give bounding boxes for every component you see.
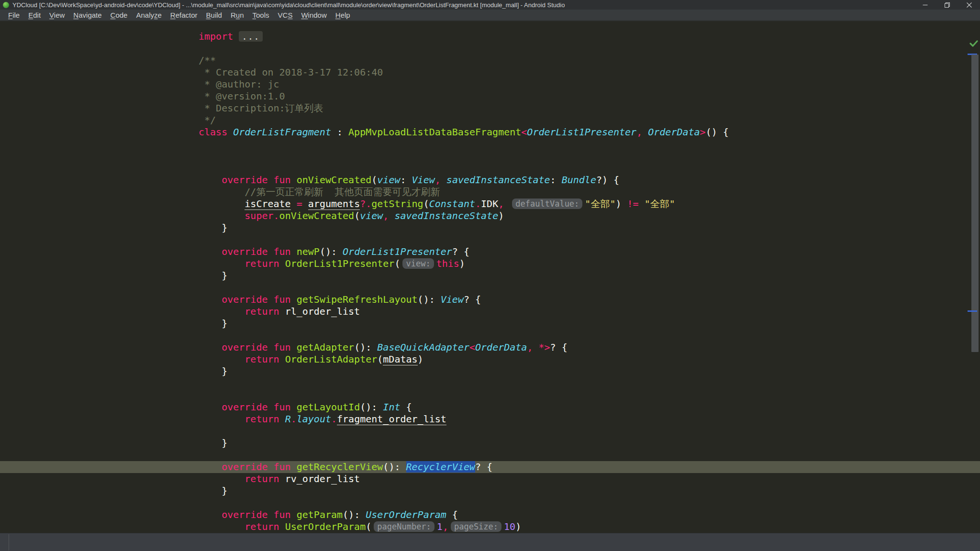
code-token: view <box>360 210 383 221</box>
code-line[interactable]: //第一页正常刷新 其他页面需要可见才刷新 <box>0 186 980 198</box>
inspection-status-button[interactable] <box>969 40 978 47</box>
menu-run[interactable]: Run <box>226 10 248 20</box>
code-token: . <box>331 413 337 425</box>
code-token: . <box>291 413 297 425</box>
code-token <box>199 210 245 221</box>
menu-build[interactable]: Build <box>202 10 226 20</box>
code-line[interactable] <box>0 234 980 246</box>
menu-edit[interactable]: Edit <box>24 10 45 20</box>
code-token <box>291 198 297 209</box>
code-token: (): <box>418 294 441 305</box>
code-line[interactable] <box>0 282 980 294</box>
code-line[interactable]: } <box>0 437 980 449</box>
code-line[interactable] <box>0 43 980 55</box>
code-line[interactable]: return rv_order_list <box>0 473 980 485</box>
code-line[interactable]: class OrderListFragment : AppMvpLoadList… <box>0 126 980 138</box>
code-token: return <box>245 413 285 425</box>
code-line[interactable]: * Description:订单列表 <box>0 102 980 114</box>
code-token <box>199 198 245 209</box>
code-line[interactable]: import ... <box>0 31 980 43</box>
code-token: getRecyclerView <box>297 461 383 473</box>
menu-navigate[interactable]: Navigate <box>69 10 106 20</box>
code-token: (): <box>383 461 406 473</box>
code-line[interactable]: * Created on 2018-3-17 12:06:40 <box>0 66 980 78</box>
scrollbar-thumb[interactable] <box>971 55 979 352</box>
code-token: ? { <box>464 294 481 305</box>
code-line[interactable]: * @version:1.0 <box>0 90 980 102</box>
menu-code[interactable]: Code <box>106 10 132 20</box>
code-line[interactable] <box>0 425 980 437</box>
code-line[interactable] <box>0 497 980 509</box>
code-token: OrderListFragment <box>233 126 331 138</box>
code-line[interactable]: super.onViewCreated(view, savedInstanceS… <box>0 210 980 222</box>
code-line[interactable]: override fun getParam(): UserOrderParam … <box>0 509 980 521</box>
code-token: { <box>400 401 412 413</box>
code-token: ? { <box>452 246 469 257</box>
code-line[interactable]: } <box>0 270 980 282</box>
code-line[interactable]: override fun onViewCreated(view: View, s… <box>0 174 980 186</box>
menu-analyze[interactable]: Analyze <box>132 10 166 20</box>
code-token: , <box>383 210 389 221</box>
code-line[interactable]: override fun getLayoutId(): Int { <box>0 401 980 413</box>
code-line[interactable]: override fun getSwipeRefreshLayout(): Vi… <box>0 294 980 306</box>
code-line-caret[interactable]: override fun getRecyclerView(): Recycler… <box>0 461 980 473</box>
code-line[interactable] <box>0 377 980 389</box>
code-line[interactable]: isCreate = arguments?.getString(Constant… <box>0 198 980 210</box>
code-line[interactable]: return rl_order_list <box>0 306 980 318</box>
restore-button[interactable] <box>936 0 958 10</box>
scrollbar-occurrence-mark[interactable] <box>968 310 977 312</box>
code-token: View <box>441 294 464 305</box>
code-line[interactable]: } <box>0 222 980 234</box>
menu-tools[interactable]: Tools <box>248 10 273 20</box>
code-line[interactable]: } <box>0 485 980 497</box>
menu-help[interactable]: Help <box>331 10 355 20</box>
code-line[interactable]: * @author: jc <box>0 78 980 90</box>
code-line[interactable]: } <box>0 318 980 330</box>
code-line[interactable] <box>0 389 980 401</box>
code-token: savedInstanceState <box>446 174 550 186</box>
code-token: , <box>498 198 504 209</box>
close-button[interactable] <box>958 0 980 10</box>
code-line[interactable] <box>0 150 980 162</box>
menu-file[interactable]: File <box>4 10 24 20</box>
code-line[interactable]: override fun getAdapter(): BaseQuickAdap… <box>0 342 980 353</box>
code-line[interactable]: */ <box>0 114 980 126</box>
menu-view[interactable]: View <box>45 10 69 20</box>
code-token: rl_order_list <box>285 306 360 317</box>
code-token: } <box>199 222 227 233</box>
code-token: View <box>412 174 435 186</box>
code-line[interactable]: override fun newP(): OrderList1Presenter… <box>0 246 980 258</box>
code-line[interactable]: return R.layout.fragment_order_list <box>0 413 980 425</box>
code-token: savedInstanceState <box>394 210 498 221</box>
menu-window[interactable]: Window <box>297 10 331 20</box>
code-token: * <box>538 342 544 353</box>
code-line[interactable] <box>0 162 980 174</box>
code-line[interactable]: /** <box>0 55 980 66</box>
code-token: this <box>436 258 459 269</box>
minimize-button[interactable] <box>914 0 936 10</box>
folded-imports-badge[interactable]: ... <box>239 31 262 42</box>
code-token: */ <box>199 114 216 126</box>
code-token: getParam <box>297 509 343 520</box>
code-editor[interactable]: import .../** * Created on 2018-3-17 12:… <box>0 22 980 533</box>
bottom-tool-panel <box>0 533 980 551</box>
code-line[interactable]: return OrderListAdapter(mDatas) <box>0 353 980 365</box>
code-token: { <box>446 509 458 520</box>
menu-vcs[interactable]: VCS <box>274 10 297 20</box>
code-line[interactable] <box>0 449 980 461</box>
menu-refactor[interactable]: Refactor <box>166 10 202 20</box>
minimize-icon <box>923 2 928 8</box>
code-token: : <box>331 126 348 138</box>
code-token <box>199 294 222 305</box>
code-line[interactable]: return OrderList1Presenter(view:this) <box>0 258 980 270</box>
code-token <box>199 246 222 257</box>
code-token: newP <box>297 246 320 257</box>
code-line[interactable]: return UserOrderParam(pageNumber:1,pageS… <box>0 521 980 533</box>
code-token: ) <box>615 198 627 209</box>
code-token: return <box>245 473 285 485</box>
code-token: AppMvpLoadListDataBaseFragment <box>348 126 521 138</box>
code-line[interactable]: } <box>0 365 980 377</box>
code-line[interactable] <box>0 138 980 150</box>
code-token: fragment_order_list <box>337 413 446 425</box>
code-line[interactable] <box>0 330 980 342</box>
